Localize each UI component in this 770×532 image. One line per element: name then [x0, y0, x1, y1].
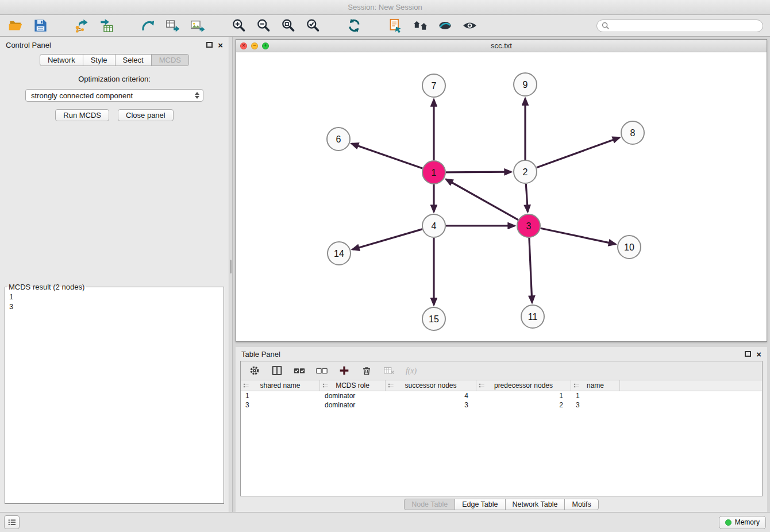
node-label: 7: [432, 81, 437, 91]
clone-network-button[interactable]: [139, 17, 156, 34]
zoom-in-button[interactable]: [230, 17, 247, 34]
show-details-button[interactable]: [461, 17, 478, 34]
mcds-result-box[interactable]: MCDS result (2 nodes) 1 3: [5, 283, 224, 504]
edge-3-10[interactable]: [541, 228, 616, 244]
node-2[interactable]: 2: [514, 160, 537, 183]
table-header-row: shared nameMCDS rolesuccessor nodesprede…: [241, 380, 762, 391]
edge-1-2[interactable]: [446, 172, 511, 172]
open-file-button[interactable]: [7, 17, 24, 34]
column-header-name[interactable]: name: [571, 380, 620, 391]
tab-style[interactable]: Style: [83, 54, 116, 66]
cell-predecessor-nodes: 1: [476, 392, 571, 400]
edge-3-1[interactable]: [446, 179, 518, 220]
copy-style-button[interactable]: [387, 17, 404, 34]
add-button[interactable]: [336, 363, 352, 379]
node-label: 4: [432, 221, 437, 231]
cell-mcds-role: dominator: [320, 392, 386, 400]
zoom-out-button[interactable]: [255, 17, 272, 34]
node-9[interactable]: 9: [514, 73, 537, 96]
table-tab-network-table[interactable]: Network Table: [505, 499, 565, 510]
float-panel-icon[interactable]: [206, 42, 213, 48]
control-panel-tabs: NetworkStyleSelectMCDS: [0, 54, 229, 66]
search-icon: [602, 22, 609, 29]
node-14[interactable]: 14: [328, 242, 351, 265]
function-builder-button[interactable]: [403, 363, 419, 379]
run-mcds-button[interactable]: Run MCDS: [55, 109, 109, 121]
network-from-table-button[interactable]: [164, 17, 181, 34]
divider-thumb[interactable]: [230, 260, 232, 273]
tab-network[interactable]: Network: [40, 54, 83, 66]
close-table-panel-icon[interactable]: ×: [756, 350, 761, 358]
cell-successor-nodes: 4: [386, 392, 476, 400]
task-history-button[interactable]: [4, 515, 20, 529]
float-table-panel-icon[interactable]: [745, 351, 751, 357]
column-header-successor-nodes[interactable]: successor nodes: [386, 380, 476, 391]
search-input[interactable]: [612, 22, 758, 30]
table-toolbar: [241, 361, 762, 380]
table-tab-node-table[interactable]: Node Table: [404, 499, 455, 510]
node-6[interactable]: 6: [327, 128, 350, 151]
home-layout-button[interactable]: [411, 17, 429, 34]
close-panel-button[interactable]: Close panel: [118, 109, 174, 121]
table-tabs: Node TableEdge TableNetwork TableMotifs: [236, 496, 767, 512]
cell-name: 3: [571, 401, 620, 409]
edge-2-3[interactable]: [526, 184, 528, 212]
zoom-window-button[interactable]: +: [262, 43, 269, 49]
sort-icon: [322, 383, 329, 389]
column-layout-button[interactable]: [269, 363, 284, 379]
node-11[interactable]: 11: [521, 305, 544, 328]
cell-predecessor-nodes: 2: [476, 401, 571, 409]
column-header-mcds-role[interactable]: MCDS role: [320, 380, 386, 391]
memory-button[interactable]: Memory: [719, 516, 766, 529]
zoom-selected-icon: [305, 18, 321, 33]
table-row[interactable]: 1dominator411: [241, 391, 762, 400]
delete-button[interactable]: [359, 363, 374, 379]
export-image-button[interactable]: [188, 17, 206, 34]
apply-style-button[interactable]: [436, 17, 453, 34]
edge-3-11[interactable]: [529, 238, 532, 303]
import-network-button[interactable]: [73, 17, 90, 34]
table-panel: Table Panel × shared nameMCDS rolesucces…: [236, 347, 767, 512]
node-label: 6: [336, 134, 341, 144]
node-1[interactable]: 1: [422, 161, 445, 184]
search-box[interactable]: [596, 20, 763, 32]
import-table-button[interactable]: [98, 17, 115, 34]
table-row[interactable]: 3dominator323: [241, 400, 762, 410]
column-header-predecessor-nodes[interactable]: predecessor nodes: [476, 380, 571, 391]
panel-divider[interactable]: [229, 37, 233, 512]
close-window-button[interactable]: ×: [240, 43, 247, 49]
column-label: MCDS role: [336, 381, 369, 390]
node-4[interactable]: 4: [422, 214, 445, 237]
edge-2-8[interactable]: [537, 137, 619, 167]
settings-button[interactable]: [247, 363, 262, 379]
edge-4-14[interactable]: [353, 229, 422, 249]
network-canvas[interactable]: 7968124310141511: [236, 52, 767, 341]
node-8[interactable]: 8: [621, 121, 644, 144]
refresh-layout-button[interactable]: [345, 17, 363, 34]
table-tab-motifs[interactable]: Motifs: [564, 499, 598, 510]
column-header-filler: [620, 380, 762, 391]
zoom-selected-button[interactable]: [304, 17, 321, 34]
delete-table-button[interactable]: [381, 363, 396, 379]
select-all-button[interactable]: [291, 363, 307, 379]
minimize-window-button[interactable]: −: [251, 43, 258, 49]
optimization-criterion-select[interactable]: strongly connected component: [25, 89, 203, 102]
zoom-fit-icon: [280, 18, 296, 33]
column-header-shared-name[interactable]: shared name: [241, 380, 320, 391]
list-icon: [7, 517, 17, 527]
zoom-fit-button[interactable]: [279, 17, 297, 34]
tab-select[interactable]: Select: [115, 54, 152, 66]
deselect-all-button[interactable]: [314, 363, 329, 379]
tab-mcds[interactable]: MCDS: [151, 54, 189, 66]
node-7[interactable]: 7: [422, 74, 445, 97]
edge-1-6[interactable]: [352, 144, 422, 168]
copy-style-icon: [388, 18, 403, 33]
close-panel-icon[interactable]: ×: [218, 41, 223, 49]
node-15[interactable]: 15: [422, 307, 445, 330]
save-session-button[interactable]: [32, 17, 49, 34]
control-panel-title: Control Panel: [6, 41, 206, 49]
table-tab-edge-table[interactable]: Edge Table: [455, 499, 505, 510]
node-10[interactable]: 10: [618, 236, 641, 259]
node-label: 9: [523, 80, 528, 90]
node-3[interactable]: 3: [517, 214, 540, 237]
